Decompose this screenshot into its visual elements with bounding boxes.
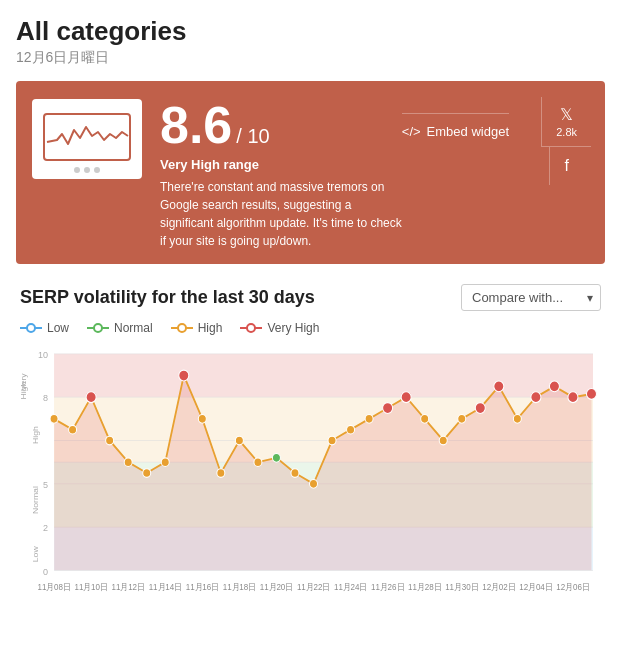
svg-point-33 xyxy=(235,436,243,445)
legend-very-high-label: Very High xyxy=(267,321,319,335)
page-title: All categories xyxy=(16,16,605,47)
twitter-button[interactable]: 𝕏 2.8k xyxy=(541,97,591,147)
legend-high: High xyxy=(171,321,223,335)
svg-text:12月04日: 12月04日 xyxy=(519,582,552,592)
svg-text:High: High xyxy=(20,381,28,399)
svg-point-27 xyxy=(124,458,132,467)
svg-text:12月02日: 12月02日 xyxy=(482,582,515,592)
svg-point-44 xyxy=(439,436,447,445)
svg-text:11月28日: 11月28日 xyxy=(408,582,441,592)
svg-point-35 xyxy=(272,454,280,463)
svg-point-34 xyxy=(254,458,262,467)
svg-point-50 xyxy=(549,381,559,392)
svg-text:11月10日: 11月10日 xyxy=(75,582,108,592)
facebook-icon: f xyxy=(564,157,568,175)
svg-point-52 xyxy=(586,389,596,400)
svg-text:Normal: Normal xyxy=(30,486,40,514)
legend-low: Low xyxy=(20,321,69,335)
svg-point-48 xyxy=(513,415,521,424)
legend-very-high: Very High xyxy=(240,321,319,335)
svg-point-43 xyxy=(421,415,429,424)
serp-title: SERP volatility for the last 30 days xyxy=(20,287,315,308)
chart-svg: 10 8 5 2 0 Very High High Normal Low xyxy=(20,343,601,603)
svg-point-23 xyxy=(50,415,58,424)
embed-widget-label: Embed widget xyxy=(427,124,509,139)
svg-text:11月14日: 11月14日 xyxy=(149,582,182,592)
hero-monitor xyxy=(32,99,142,179)
legend-normal: Normal xyxy=(87,321,153,335)
svg-point-24 xyxy=(69,425,77,434)
svg-text:8: 8 xyxy=(43,393,48,403)
svg-point-31 xyxy=(198,415,206,424)
svg-text:Low: Low xyxy=(30,545,40,562)
svg-point-42 xyxy=(401,392,411,403)
svg-point-38 xyxy=(328,436,336,445)
serp-section: SERP volatility for the last 30 days Com… xyxy=(16,284,605,603)
monitor-dot xyxy=(74,167,80,173)
svg-text:High: High xyxy=(30,426,40,444)
twitter-icon: 𝕏 xyxy=(560,105,573,124)
svg-point-32 xyxy=(217,469,225,478)
facebook-button[interactable]: f xyxy=(549,147,582,185)
chart-container: 10 8 5 2 0 Very High High Normal Low xyxy=(20,343,601,603)
twitter-count: 2.8k xyxy=(556,126,577,138)
page-date: 12月6日月曜日 xyxy=(16,49,605,67)
compare-dropdown[interactable]: Compare with... xyxy=(461,284,601,311)
embed-widget-bar[interactable]: </> Embed widget xyxy=(402,113,509,139)
svg-text:10: 10 xyxy=(38,350,48,360)
svg-text:11月08日: 11月08日 xyxy=(37,582,70,592)
svg-text:11月12日: 11月12日 xyxy=(112,582,145,592)
legend-low-label: Low xyxy=(47,321,69,335)
svg-point-40 xyxy=(365,415,373,424)
hero-card: 8.6 / 10 Very High range There're consta… xyxy=(16,81,605,264)
svg-rect-1 xyxy=(54,354,593,397)
monitor-dot xyxy=(84,167,90,173)
svg-text:0: 0 xyxy=(43,567,48,577)
svg-text:12月06日: 12月06日 xyxy=(556,582,589,592)
svg-text:11月30日: 11月30日 xyxy=(445,582,478,592)
svg-point-47 xyxy=(494,381,504,392)
svg-point-46 xyxy=(475,403,485,414)
score-value: 8.6 xyxy=(160,99,232,151)
svg-point-37 xyxy=(309,480,317,489)
svg-point-51 xyxy=(568,392,578,403)
svg-point-45 xyxy=(458,415,466,424)
svg-text:5: 5 xyxy=(43,480,48,490)
svg-point-36 xyxy=(291,469,299,478)
svg-point-29 xyxy=(161,458,169,467)
svg-text:11月18日: 11月18日 xyxy=(223,582,256,592)
svg-text:11月20日: 11月20日 xyxy=(260,582,293,592)
svg-text:11月22日: 11月22日 xyxy=(297,582,330,592)
svg-text:2: 2 xyxy=(43,523,48,533)
svg-text:11月26日: 11月26日 xyxy=(371,582,404,592)
svg-point-25 xyxy=(86,392,96,403)
legend-normal-label: Normal xyxy=(114,321,153,335)
embed-icon: </> xyxy=(402,124,421,139)
svg-point-28 xyxy=(143,469,151,478)
svg-point-39 xyxy=(347,425,355,434)
svg-text:11月24日: 11月24日 xyxy=(334,582,367,592)
hero-content: 8.6 / 10 Very High range There're consta… xyxy=(160,99,402,250)
score-denom: / 10 xyxy=(236,125,269,148)
svg-point-49 xyxy=(531,392,541,403)
svg-point-41 xyxy=(383,403,393,414)
monitor-dot xyxy=(94,167,100,173)
hero-range-label: Very High range xyxy=(160,157,402,172)
legend-high-label: High xyxy=(198,321,223,335)
hero-score-display: 8.6 / 10 xyxy=(160,99,402,151)
hero-description: There're constant and massive tremors on… xyxy=(160,178,402,250)
compare-dropdown-wrapper[interactable]: Compare with... xyxy=(461,284,601,311)
svg-point-30 xyxy=(179,370,189,381)
serp-header: SERP volatility for the last 30 days Com… xyxy=(20,284,601,311)
chart-legend: Low Normal High Very High xyxy=(20,321,601,335)
hero-social: 𝕏 2.8k f xyxy=(541,97,591,185)
svg-text:11月16日: 11月16日 xyxy=(186,582,219,592)
svg-point-26 xyxy=(106,436,114,445)
